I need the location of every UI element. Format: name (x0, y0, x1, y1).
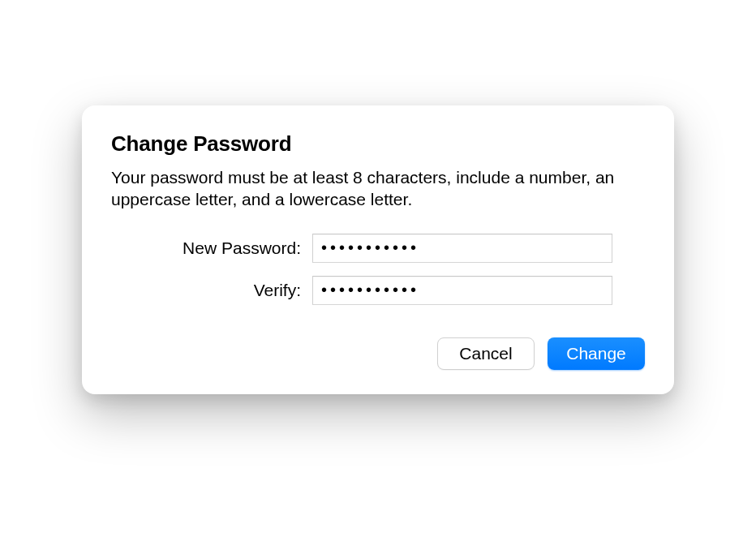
cancel-button[interactable]: Cancel (437, 337, 535, 370)
verify-password-input[interactable] (312, 276, 612, 305)
change-password-dialog: Change Password Your password must be at… (82, 105, 674, 394)
new-password-row: New Password: (111, 234, 645, 263)
verify-password-label: Verify: (111, 281, 312, 300)
verify-password-row: Verify: (111, 276, 645, 305)
dialog-description: Your password must be at least 8 charact… (111, 166, 645, 211)
dialog-button-row: Cancel Change (111, 337, 645, 370)
new-password-input[interactable] (312, 234, 612, 263)
dialog-title: Change Password (111, 131, 645, 157)
change-button[interactable]: Change (548, 337, 645, 370)
new-password-label: New Password: (111, 238, 312, 258)
